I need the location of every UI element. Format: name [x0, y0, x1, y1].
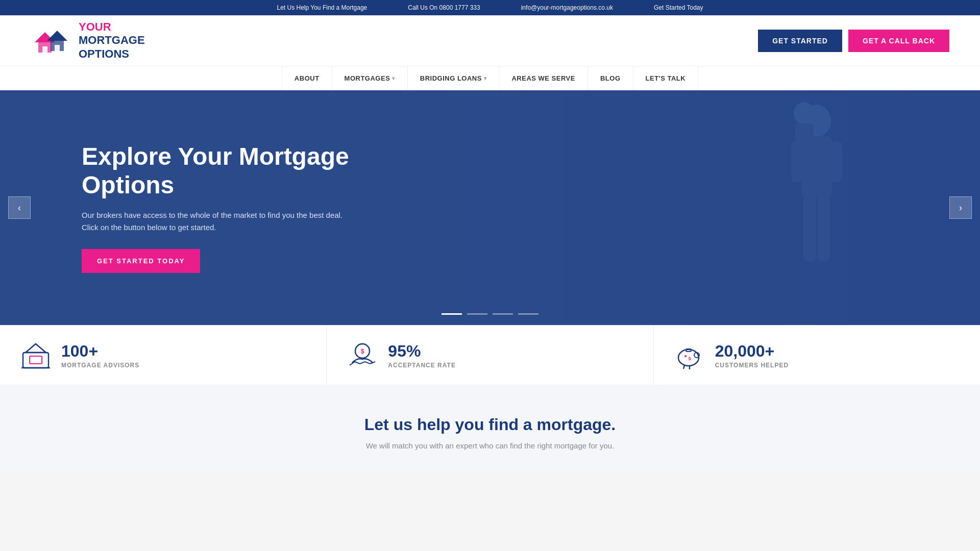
stat-acceptance: $ 95% ACCEPTANCE RATE [327, 325, 653, 385]
svg-point-12 [794, 102, 814, 124]
slider-dots [442, 313, 538, 315]
find-mortgage-section: Let us help you find a mortgage. We will… [0, 385, 980, 470]
topbar-started[interactable]: Get Started Today [654, 4, 703, 11]
svg-rect-11 [817, 195, 830, 261]
stat-customers-number: 20,000+ [715, 342, 789, 361]
stat-customers-label: CUSTOMERS HELPED [715, 362, 789, 369]
svg-marker-2 [47, 31, 67, 41]
handshake-money-icon: $ [347, 340, 378, 370]
house-laptop-icon [20, 340, 51, 370]
svg-rect-5 [55, 45, 60, 51]
hero-subtitle: Our brokers have access to the whole of … [82, 209, 357, 234]
svg-point-25 [684, 355, 687, 357]
stat-advisors-number: 100+ [61, 342, 139, 361]
stat-acceptance-text: 95% ACCEPTANCE RATE [388, 342, 456, 369]
logo-text: YOUR MORTGAGE OPTIONS [79, 20, 145, 61]
piggy-bank-icon: $ [674, 340, 705, 370]
nav-item-talk[interactable]: LET'S TALK [633, 66, 699, 90]
stat-customers: $ 20,000+ CUSTOMERS HELPED [654, 325, 980, 385]
hero-silhouette [725, 90, 878, 325]
hero-section: ‹ Explore Your Mortgage Options Our brok… [0, 90, 980, 325]
stat-customers-text: 20,000+ CUSTOMERS HELPED [715, 342, 789, 369]
chevron-down-icon: ▾ [484, 76, 487, 81]
stat-advisors-label: MORTGAGE ADVISORS [61, 362, 139, 369]
stat-advisors-text: 100+ MORTGAGE ADVISORS [61, 342, 139, 369]
svg-rect-4 [42, 46, 47, 53]
logo-icon [31, 23, 71, 59]
nav-item-bridging[interactable]: BRIDGING LOANS ▾ [408, 66, 500, 90]
slide-dot-3[interactable] [493, 313, 513, 315]
main-nav: ABOUT MORTGAGES ▾ BRIDGING LOANS ▾ AREAS… [0, 66, 980, 90]
svg-text:$: $ [361, 348, 364, 355]
slide-dot-1[interactable] [442, 313, 462, 315]
svg-rect-22 [686, 349, 691, 352]
stats-section: 100+ MORTGAGE ADVISORS $ 95% ACCEPTANCE … [0, 325, 980, 385]
hero-title: Explore Your Mortgage Options [82, 142, 357, 198]
hero-content: Explore Your Mortgage Options Our broker… [0, 142, 357, 272]
nav-item-areas[interactable]: AREAS WE SERVE [499, 66, 588, 90]
nav-item-blog[interactable]: BLOG [588, 66, 633, 90]
chevron-right-icon: › [959, 203, 962, 213]
svg-rect-16 [30, 356, 42, 364]
call-back-button[interactable]: GET A CALL BACK [848, 30, 949, 52]
svg-rect-10 [803, 195, 816, 261]
svg-rect-14 [23, 353, 48, 368]
hero-cta-button[interactable]: GET STARTED TODAY [82, 249, 200, 273]
svg-rect-13 [795, 123, 814, 159]
svg-rect-9 [831, 141, 842, 182]
topbar-call: Call Us On 0800 1777 333 [408, 4, 480, 11]
slider-next-button[interactable]: › [949, 196, 972, 219]
find-mortgage-subtext: We will match you with an expert who can… [20, 441, 960, 450]
slider-prev-button[interactable]: ‹ [8, 196, 31, 219]
topbar-help: Let Us Help You Find a Mortgage [277, 4, 367, 11]
slide-dot-4[interactable] [518, 313, 538, 315]
svg-text:$: $ [688, 356, 691, 361]
chevron-down-icon: ▾ [392, 76, 395, 81]
svg-marker-15 [26, 344, 46, 353]
header-buttons: GET STARTED GET A CALL BACK [758, 30, 949, 52]
nav-item-mortgages[interactable]: MORTGAGES ▾ [332, 66, 408, 90]
top-bar: Let Us Help You Find a Mortgage Call Us … [0, 0, 980, 15]
header: YOUR MORTGAGE OPTIONS GET STARTED GET A … [0, 15, 980, 66]
stat-acceptance-label: ACCEPTANCE RATE [388, 362, 456, 369]
find-mortgage-heading: Let us help you find a mortgage. [20, 415, 960, 434]
nav-item-about[interactable]: ABOUT [282, 66, 332, 90]
topbar-email[interactable]: info@your-mortgageoptions.co.uk [521, 4, 613, 11]
chevron-left-icon: ‹ [18, 203, 21, 213]
stat-acceptance-number: 95% [388, 342, 456, 361]
get-started-button[interactable]: GET STARTED [758, 30, 842, 52]
stat-advisors: 100+ MORTGAGE ADVISORS [0, 325, 327, 385]
slide-dot-2[interactable] [467, 313, 487, 315]
hero-right-overlay [441, 90, 980, 325]
logo-area[interactable]: YOUR MORTGAGE OPTIONS [31, 20, 145, 61]
svg-line-23 [683, 365, 684, 369]
